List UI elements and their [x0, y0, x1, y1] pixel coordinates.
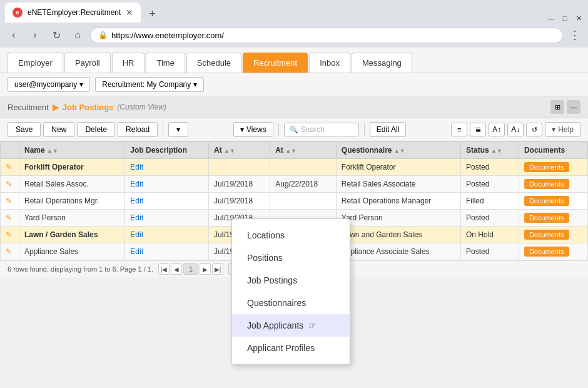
- row-edit-icon[interactable]: ✎: [1, 193, 19, 210]
- tab-time[interactable]: Time: [146, 53, 185, 73]
- row-documents[interactable]: Documents: [519, 227, 587, 243]
- row-questionnaire: Retail Sales Associate: [336, 176, 460, 193]
- new-button[interactable]: New: [43, 122, 74, 137]
- divider-1: [163, 123, 163, 136]
- menu-item-questionnaires[interactable]: Questionnaires: [232, 292, 350, 314]
- refresh-button[interactable]: ↻: [48, 26, 65, 44]
- quest-sort-icon[interactable]: ▲▼: [394, 148, 405, 154]
- row-edit-icon[interactable]: ✎: [1, 210, 19, 227]
- table-row: ✎ Retail Operations Mgr. Edit Jul/19/201…: [1, 193, 588, 210]
- font-increase-button[interactable]: A↑: [489, 123, 505, 136]
- page-nav: |◀ ◀ 1 ▶ ▶|: [158, 263, 223, 275]
- home-button[interactable]: ⌂: [69, 26, 86, 44]
- row-edit-icon[interactable]: ✎: [1, 159, 19, 176]
- row-description[interactable]: Edit: [125, 176, 209, 193]
- help-label: Help: [558, 125, 574, 134]
- help-button[interactable]: ▾ Help: [545, 122, 580, 137]
- new-tab-button[interactable]: +: [143, 5, 161, 23]
- browser-menu-button[interactable]: ⋮: [567, 26, 583, 44]
- reload-button[interactable]: Reload: [118, 122, 158, 137]
- edit-all-button[interactable]: Edit All: [370, 122, 407, 137]
- row-name: Lawn / Garden Sales: [19, 227, 125, 243]
- name-sort-icon[interactable]: ▲▼: [47, 148, 58, 154]
- row-description[interactable]: Edit: [125, 227, 209, 243]
- col-documents: Documents: [519, 142, 587, 159]
- menu-item-job-applicants[interactable]: Job Applicants ☞: [232, 314, 350, 337]
- page-last-button[interactable]: ▶|: [212, 263, 223, 275]
- row-name: Retail Sales Assoc.: [19, 176, 125, 193]
- filter-buttons: ≡ ≣ A↑ A↓ ↺: [451, 123, 542, 136]
- tab-payroll[interactable]: Payroll: [64, 53, 111, 73]
- help-arrow: ▾: [552, 125, 555, 134]
- close-button[interactable]: ✕: [574, 14, 583, 23]
- filter-btn-1[interactable]: ≡: [451, 123, 467, 136]
- delete-button[interactable]: Delete: [77, 122, 115, 137]
- company-label: Recruitment: My Company: [102, 80, 191, 89]
- at2-sort-icon[interactable]: ▲▼: [285, 148, 297, 154]
- menu-item-applicant-profiles[interactable]: Applicant Profiles: [232, 337, 350, 359]
- row-description[interactable]: Edit: [125, 193, 209, 210]
- tab-inbox[interactable]: Inbox: [309, 53, 350, 73]
- tab-employer[interactable]: Employer: [8, 53, 63, 73]
- page-next-button[interactable]: ▶: [200, 263, 211, 275]
- row-description[interactable]: Edit: [125, 243, 209, 260]
- row-status: On Hold: [460, 227, 519, 243]
- forward-button[interactable]: ›: [26, 26, 44, 44]
- col-description: Job Description: [125, 142, 209, 159]
- tab-schedule[interactable]: Schedule: [186, 53, 241, 73]
- font-decrease-button[interactable]: A↓: [507, 123, 524, 136]
- status-sort-icon[interactable]: ▲▼: [491, 148, 502, 154]
- row-edit-icon[interactable]: ✎: [1, 227, 19, 243]
- row-description[interactable]: Edit: [125, 210, 209, 227]
- breadcrumb-bar: Recuitment ▶ Job Postings (Custom View) …: [0, 96, 588, 118]
- minimize-button[interactable]: —: [547, 14, 555, 23]
- row-at2: [270, 159, 337, 176]
- breadcrumb-current: Job Postings: [63, 103, 114, 112]
- tab-close-button[interactable]: ✕: [126, 8, 133, 18]
- browser-tab-active[interactable]: e eNETEmployer:Recruitment ✕: [5, 3, 141, 23]
- breadcrumb-settings-button[interactable]: ⊞: [550, 100, 564, 114]
- page-first-button[interactable]: |◀: [158, 263, 170, 275]
- divider-2: [278, 123, 279, 136]
- company-dropdown[interactable]: Recruitment: My Company ▾: [95, 77, 204, 92]
- tab-hr[interactable]: HR: [112, 53, 145, 73]
- cursor-icon: ☞: [308, 320, 317, 330]
- row-name: Appliance Sales: [19, 243, 125, 260]
- address-bar: ‹ › ↻ ⌂ 🔒 https://www.enetemployer.com/ …: [0, 23, 588, 48]
- tab-title: eNETEmployer:Recruitment: [28, 8, 121, 17]
- menu-item-positions[interactable]: Positions: [232, 247, 350, 269]
- row-edit-icon[interactable]: ✎: [1, 176, 19, 193]
- row-documents[interactable]: Documents: [519, 193, 587, 210]
- tab-messaging[interactable]: Messaging: [352, 53, 412, 73]
- row-edit-icon[interactable]: ✎: [1, 243, 19, 260]
- refresh-btn[interactable]: ↺: [526, 123, 542, 136]
- row-description[interactable]: Edit: [125, 159, 209, 176]
- maximize-button[interactable]: □: [560, 14, 569, 23]
- breadcrumb-controls: ⊞ —: [550, 100, 580, 114]
- save-button[interactable]: Save: [8, 122, 41, 137]
- search-icon: 🔍: [290, 126, 298, 134]
- row-at1: [209, 159, 270, 176]
- row-status: Posted: [460, 159, 519, 176]
- views-label: Views: [246, 125, 266, 134]
- row-questionnaire: Yard Person: [336, 210, 460, 227]
- search-box[interactable]: 🔍 Search: [284, 123, 359, 136]
- back-button[interactable]: ‹: [5, 26, 23, 44]
- at1-sort-icon[interactable]: ▲▼: [224, 148, 235, 154]
- tab-recruitment[interactable]: Recruitment: [243, 53, 308, 73]
- row-documents[interactable]: Documents: [519, 243, 587, 260]
- filter-btn-2[interactable]: ≣: [470, 123, 486, 136]
- url-input[interactable]: 🔒 https://www.enetemployer.com/: [90, 28, 563, 43]
- user-dropdown[interactable]: user@mycompany ▾: [8, 77, 90, 92]
- more-button[interactable]: ▾: [168, 122, 188, 137]
- row-documents[interactable]: Documents: [519, 159, 587, 176]
- breadcrumb-collapse-button[interactable]: —: [567, 100, 580, 114]
- breadcrumb-root: Recuitment: [8, 103, 49, 112]
- page-prev-button[interactable]: ◀: [171, 263, 182, 275]
- row-documents[interactable]: Documents: [519, 176, 587, 193]
- menu-item-job-postings[interactable]: Job Postings: [232, 269, 350, 292]
- views-button[interactable]: ▾ Views: [233, 122, 273, 137]
- row-documents[interactable]: Documents: [519, 210, 587, 227]
- url-text: https://www.enetemployer.com/: [111, 31, 224, 40]
- menu-item-locations[interactable]: Locations: [232, 224, 350, 247]
